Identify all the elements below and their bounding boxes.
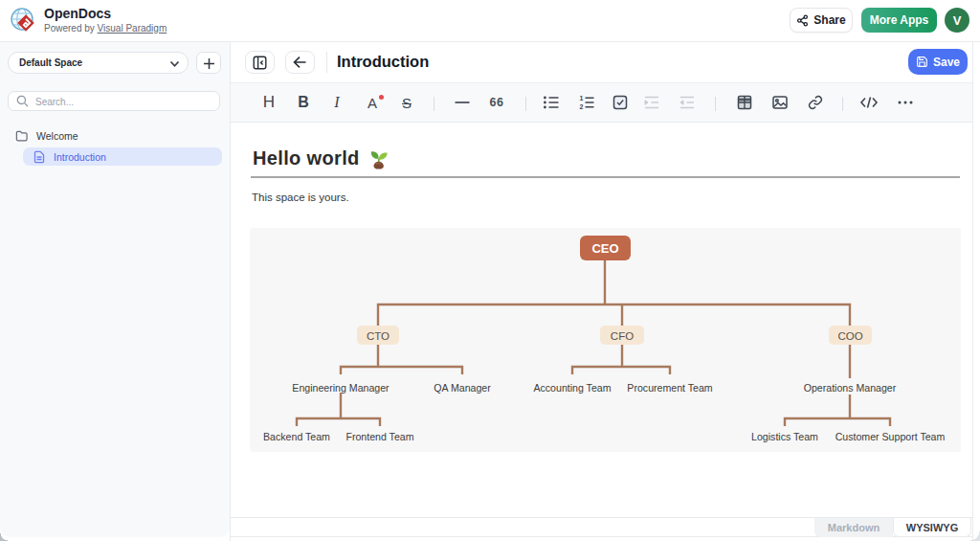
svg-text:1: 1 [580,95,584,101]
svg-text:CFO: CFO [611,330,634,342]
svg-text:Frontend Team: Frontend Team [345,431,413,442]
svg-text:Backend Team: Backend Team [263,431,330,442]
svg-text:Logistics Team: Logistics Team [751,431,818,442]
svg-text:2: 2 [580,103,584,110]
svg-text:Accounting Team: Accounting Team [533,382,611,394]
svg-text:COO: COO [837,330,862,342]
svg-text:QA Manager: QA Manager [434,382,491,394]
svg-text:Customer Support Team: Customer Support Team [835,431,946,442]
svg-text:Engineering Manager: Engineering Manager [292,382,390,394]
svg-text:Procurement Team: Procurement Team [627,382,712,394]
svg-text:CTO: CTO [367,330,390,342]
svg-text:CEO: CEO [591,241,618,256]
svg-text:Operations Manager: Operations Manager [804,382,897,394]
